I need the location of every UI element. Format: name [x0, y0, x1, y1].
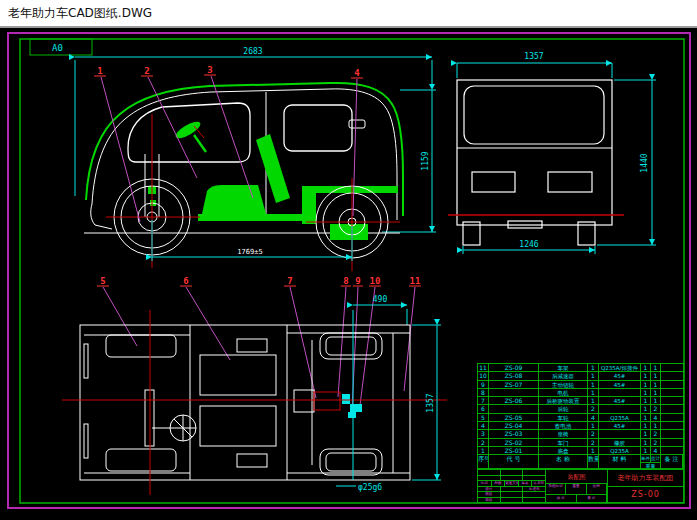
- cell: 主动链轮: [539, 381, 588, 389]
- cell: 1: [641, 439, 651, 447]
- cell: 底盘: [539, 447, 588, 455]
- cell: 1: [641, 414, 651, 422]
- title-block-middle: 装配图 阶段标记 重量 比例 共 张 第 张: [546, 470, 608, 502]
- screenshot-root: 老年助力车CAD图纸.DWG A0: [0, 0, 697, 520]
- cell: [661, 389, 683, 397]
- cell: 6: [478, 405, 489, 413]
- cell: 1: [478, 447, 489, 455]
- balloon-9: 9: [355, 276, 360, 286]
- dim-rear-width-text: 1357: [524, 52, 543, 61]
- header-no: 序号: [478, 455, 489, 469]
- title-block-revisions: 标记 处数 更改文件号 签名 年月日 设计 标准化 校核 审核: [478, 470, 546, 502]
- cell: 1: [588, 447, 599, 455]
- cell: 后轮: [539, 405, 588, 413]
- weight-label: 重量: [566, 484, 586, 494]
- cell: ZS-01: [489, 447, 539, 455]
- title-block-right: 老年助力车装配图 ZS-00: [608, 470, 683, 502]
- balloon-3: 3: [207, 65, 212, 75]
- window-title: 老年助力车CAD图纸.DWG: [8, 5, 152, 22]
- cell: 1: [641, 397, 651, 405]
- stage-label: 阶段标记: [546, 484, 566, 494]
- dim-rear-track-text: 1246: [519, 240, 538, 249]
- cell: 5: [478, 414, 489, 422]
- cell: 1: [641, 372, 651, 380]
- cell: 后桥驱动装置: [539, 397, 588, 405]
- cell: 1: [651, 381, 661, 389]
- balloon-2: 2: [144, 66, 149, 76]
- cell: Q235A: [599, 447, 641, 455]
- cell: 4: [588, 414, 599, 422]
- cell: Q235A: [599, 414, 641, 422]
- sheet-total: 共 张: [546, 495, 577, 502]
- cell: Q235A/焊接件: [599, 364, 641, 372]
- cell: 2: [588, 405, 599, 413]
- header-weight-unit: 单件: [641, 455, 651, 462]
- cell: 橡胶: [599, 439, 641, 447]
- cell: [661, 414, 683, 422]
- sheet-size-label: A0: [52, 43, 63, 53]
- balloon-5: 5: [100, 276, 105, 286]
- cell: ZS-02: [489, 439, 539, 447]
- rev-empty: [523, 476, 545, 481]
- title-block: 标记 处数 更改文件号 签名 年月日 设计 标准化 校核 审核: [477, 470, 684, 503]
- dim-rear-height-text: 1440: [640, 153, 649, 172]
- cell: [489, 389, 539, 397]
- cell: 电机: [539, 389, 588, 397]
- header-code: 代 号: [489, 455, 539, 469]
- cell: 4: [651, 414, 661, 422]
- battery-box: [330, 224, 368, 240]
- cell: [599, 430, 641, 438]
- dim-top-offset: [353, 305, 407, 325]
- rev-empty: [523, 498, 545, 503]
- motor-coupling: [342, 394, 362, 418]
- balloon-10: 10: [370, 276, 381, 286]
- drawing-type: 装配图: [546, 470, 607, 484]
- cad-canvas[interactable]: A0 2683 1159: [0, 28, 697, 520]
- balloon-8: 8: [343, 276, 348, 286]
- differential: [314, 392, 340, 410]
- cell: 1: [641, 405, 651, 413]
- rev-empty: [501, 476, 524, 481]
- dim-rear-width: [457, 63, 612, 78]
- cell: [661, 439, 683, 447]
- cell: 后减速器: [539, 372, 588, 380]
- cell: 1: [651, 422, 661, 430]
- dim-side-length: [75, 57, 432, 196]
- cell: 蓄电池: [539, 422, 588, 430]
- drawing-number: ZS-00: [608, 487, 683, 502]
- balloon-6: 6: [183, 276, 188, 286]
- cell: 2: [588, 439, 599, 447]
- cell: ZS-06: [489, 397, 539, 405]
- cell: [661, 372, 683, 380]
- dim-wheelbase-text: 1769±5: [237, 248, 262, 256]
- cell: 2: [651, 439, 661, 447]
- cell: ZS-07: [489, 381, 539, 389]
- cell: 4: [651, 447, 661, 455]
- cell: 1: [588, 397, 599, 405]
- cell: 1: [588, 364, 599, 372]
- cell: 1: [588, 389, 599, 397]
- rev-empty: [501, 487, 524, 492]
- role-label: 设计: [478, 487, 501, 492]
- window-titlebar: 老年助力车CAD图纸.DWG: [0, 0, 697, 28]
- header-qty: 数量: [588, 455, 599, 469]
- rear-body: [457, 80, 612, 245]
- cell: ZS-04: [489, 422, 539, 430]
- header-name: 名 称: [539, 455, 588, 469]
- cell: 2: [478, 439, 489, 447]
- header-weight-total: 总计: [651, 455, 660, 462]
- cell: ZS-03: [489, 430, 539, 438]
- cell: ZS-08: [489, 372, 539, 380]
- cell: 座椅: [539, 430, 588, 438]
- cell: 45#: [599, 397, 641, 405]
- cell: [599, 389, 641, 397]
- cell: 11: [478, 364, 489, 372]
- cell: 1: [651, 389, 661, 397]
- rev-empty: [501, 498, 524, 503]
- rev-empty: [501, 492, 524, 497]
- seat-backrest: [256, 134, 290, 203]
- parts-table: 11 ZS-09 车架 1 Q235A/焊接件 1 1 10 ZS-08 后减速…: [477, 363, 684, 470]
- cell: 车轮: [539, 414, 588, 422]
- cell: 1: [651, 397, 661, 405]
- cell: 车门: [539, 439, 588, 447]
